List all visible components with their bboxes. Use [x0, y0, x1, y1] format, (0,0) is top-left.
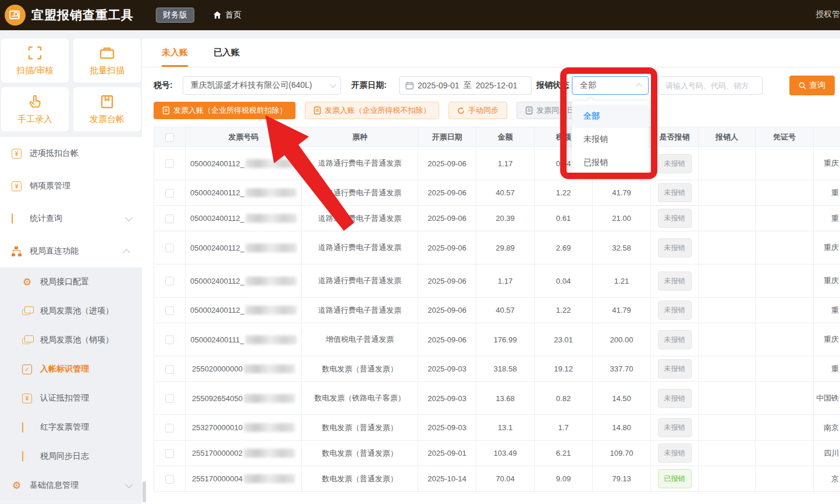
sidebar-item-basic-info-mgmt[interactable]: ⚙ 基础信息管理 — [0, 471, 142, 500]
sidebar-card-scan-review[interactable]: 扫描/审核 — [1, 38, 69, 83]
redacted-invoice-suffix — [244, 423, 295, 432]
seller-name: 京 — [814, 466, 840, 492]
invoice-number-prefix: 255092654050 — [192, 394, 243, 403]
reimburser-value — [699, 415, 756, 441]
status-label: 报销状态 — [536, 80, 571, 91]
row-checkbox[interactable] — [165, 277, 174, 285]
sidebar-item-statistics-query[interactable]: 统计查询 — [0, 202, 142, 235]
status-option-reimbursed[interactable]: 已报销 — [572, 151, 649, 174]
invoice-date: 2025-09-06 — [418, 264, 476, 298]
sidebar-item-certify-deduction-mgmt[interactable]: ¥ 认证抵扣管理 — [0, 384, 142, 413]
invoice-entry-pretax-deduct-button[interactable]: 发票入账（企业所得税税前扣除） — [154, 102, 296, 119]
sidebar-item-output-invoice-mgmt[interactable]: ¥ 销项票管理 — [0, 170, 142, 202]
amount-value: 1.17 — [476, 147, 535, 180]
sidebar-item-label: 税局直连功能 — [30, 246, 79, 256]
invoice-table: 发票号码 票种 开票日期 金额 税额 价税合计 是否报销 报销人 凭证号 — [154, 127, 840, 492]
invoice-type: 道路通行费电子普通发票 — [302, 147, 418, 180]
sidebar-card-batch-scan[interactable]: 批量扫描 — [73, 38, 141, 83]
invoice-type: 道路通行费电子普通发票 — [302, 264, 418, 298]
calendar-icon — [405, 81, 414, 90]
filter-bar: 税号: 重庆凯源盛才科技有限公司(640L) 开票日期: 2025-09-01 … — [154, 76, 840, 95]
invoice-type: 数电发票（普通发票） — [302, 441, 418, 466]
row-select-cell — [154, 298, 186, 323]
sidebar-item-tax-bureau-direct[interactable]: 税局直连功能 — [0, 235, 142, 267]
amount-value: 13.1 — [476, 415, 535, 441]
tax-value: 19.12 — [535, 356, 593, 382]
invoice-number-prefix: 050002400111_ — [190, 335, 244, 344]
company-select[interactable]: 重庆凯源盛才科技有限公司(640L) — [183, 76, 341, 95]
invoice-number-prefix: 050002400112_ — [190, 159, 244, 168]
row-checkbox[interactable] — [165, 335, 174, 344]
status-option-all[interactable]: 全部 — [572, 105, 649, 128]
row-checkbox[interactable] — [165, 449, 174, 458]
select-all-checkbox[interactable] — [165, 133, 174, 142]
table-row: 050002400112_ 道路通行费电子普通发票 2025-09-06 20.… — [154, 206, 840, 231]
sidebar-item-red-invoice-mgmt[interactable]: 红字发票管理 — [0, 413, 142, 442]
tab-entered[interactable]: 已入账 — [213, 47, 240, 67]
document-icon — [162, 106, 170, 115]
entry-flag-icon: ✓ — [22, 364, 32, 374]
sidebar-item-tax-sync-log[interactable]: 税局同步日志 — [0, 442, 142, 471]
sidebar-item-invoice-pool-output[interactable]: 税局发票池（销项） — [0, 326, 142, 355]
invoice-number-cell: 050002400111_ — [186, 323, 302, 356]
redacted-invoice-suffix — [245, 159, 297, 168]
reimburser-value — [699, 298, 756, 323]
amount-value: 13.68 — [476, 382, 535, 415]
invoice-yen-icon: ¥ — [12, 181, 22, 191]
app-logo — [5, 5, 26, 26]
sidebar-item-label: 入帐标识管理 — [40, 364, 89, 374]
sidebar-card-manual-entry[interactable]: 手工录入 — [1, 87, 69, 131]
table-header-row: 发票号码 票种 开票日期 金额 税额 价税合计 是否报销 报销人 凭证号 — [154, 127, 840, 147]
sidebar-item-invoice-pool-input[interactable]: 税局发票池（进项） — [0, 296, 142, 326]
chevron-down-icon — [330, 81, 336, 88]
tab-not-entered[interactable]: 未入账 — [162, 47, 188, 67]
row-checkbox[interactable] — [165, 475, 174, 484]
invoice-entry-no-deduct-button[interactable]: 发票入账（企业所得税不扣除） — [305, 102, 439, 119]
redacted-invoice-suffix — [244, 394, 295, 403]
invoice-date: 2025-09-06 — [418, 180, 476, 206]
row-checkbox[interactable] — [165, 306, 174, 315]
reimburser-value — [699, 382, 756, 415]
tax-value: 2.69 — [535, 231, 593, 264]
action-button-label: 发票入账（企业所得税税前扣除） — [173, 105, 287, 116]
sidebar-scrollbar-thumb[interactable] — [143, 481, 146, 502]
sidebar-item-label: 红字发票管理 — [40, 422, 89, 432]
row-checkbox[interactable] — [165, 159, 174, 168]
voucher-value — [756, 415, 814, 441]
status-option-unreimbursed[interactable]: 未报销 — [572, 128, 649, 151]
date-range-picker[interactable]: 2025-09-01 至 2025-12-01 — [399, 76, 532, 95]
row-checkbox[interactable] — [165, 244, 174, 252]
status-badge: 未报销 — [658, 209, 692, 228]
row-select-cell — [154, 180, 186, 206]
table-row: 255092654050 数电发票（铁路电子客票） 2025-09-03 13.… — [154, 382, 840, 415]
seller-name: 四川 — [814, 441, 840, 466]
status-badge: 未报销 — [658, 183, 692, 202]
row-checkbox[interactable] — [165, 189, 174, 198]
row-checkbox[interactable] — [165, 424, 174, 432]
row-checkbox[interactable] — [165, 394, 174, 403]
seller-name: 重庆 — [814, 323, 840, 356]
sidebar-item-input-deduction-ledger[interactable]: ¥ 进项抵扣台帐 — [0, 137, 142, 170]
reimburser-value — [699, 441, 756, 466]
table-row: 050002400112_ 道路通行费电子普通发票 2025-09-06 40.… — [154, 298, 840, 323]
row-checkbox[interactable] — [165, 365, 174, 374]
amount-value: 318.58 — [476, 356, 535, 382]
query-button[interactable]: 查询 — [789, 76, 835, 95]
total-value: 21.00 — [593, 206, 651, 231]
status-cell: 未报销 — [651, 441, 699, 466]
redacted-invoice-suffix — [245, 244, 297, 252]
sidebar-item-label: 税局发票池（进项） — [40, 306, 113, 316]
total-value: 41.79 — [593, 180, 651, 206]
total-value: 109.70 — [593, 441, 651, 466]
row-select-cell — [154, 231, 186, 264]
sidebar-item-tax-api-config[interactable]: ⚙ 税局接口配置 — [0, 267, 142, 296]
sidebar-item-entry-flag-mgmt[interactable]: ✓ 入帐标识管理 — [0, 355, 142, 384]
manual-sync-button[interactable]: 手动同步 — [449, 102, 507, 119]
status-select[interactable]: 全部 — [572, 76, 649, 95]
search-input[interactable] — [658, 76, 763, 95]
report-icon — [12, 214, 22, 224]
row-checkbox[interactable] — [165, 215, 174, 223]
sidebar-card-invoice-ledger[interactable]: 发票台帐 — [73, 87, 141, 131]
auth-admin-link[interactable]: 授权管理 — [816, 9, 840, 20]
home-nav[interactable]: 首页 — [213, 10, 241, 20]
